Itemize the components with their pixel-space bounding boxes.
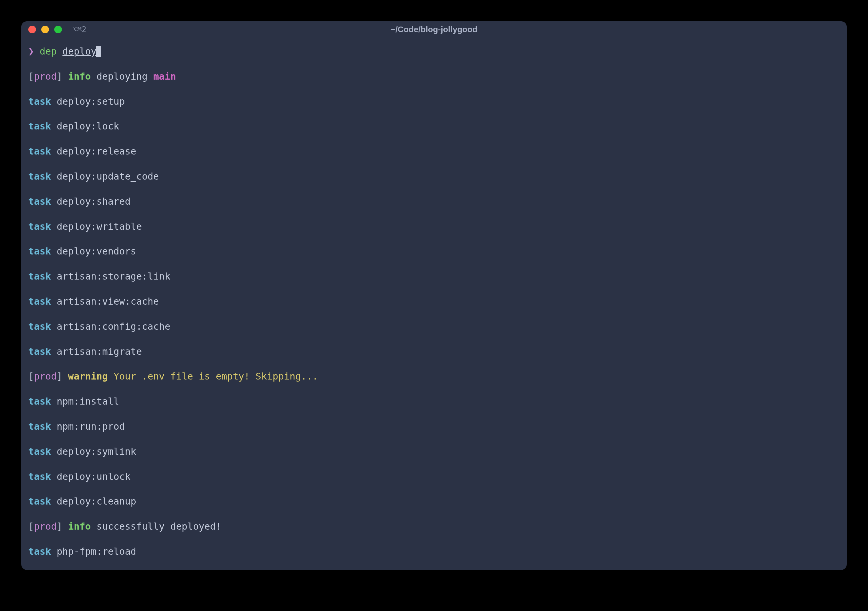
task-name: php-fpm:reload bbox=[57, 546, 136, 557]
output-line: task deploy:vendors bbox=[28, 245, 840, 258]
task-name: deploy:release bbox=[57, 146, 136, 157]
output-line: [prod] info successfully deployed! bbox=[28, 520, 840, 533]
warning-text: Your .env file is empty! Skipping... bbox=[113, 371, 318, 382]
command-arg: deploy bbox=[62, 46, 97, 57]
output-line: task artisan:view:cache bbox=[28, 295, 840, 308]
task-label: task bbox=[28, 321, 51, 332]
warning-label: warning bbox=[68, 371, 108, 382]
output-line: [prod] info deploying main bbox=[28, 70, 840, 83]
host-label: prod bbox=[34, 521, 57, 532]
task-label: task bbox=[28, 496, 51, 507]
task-label: task bbox=[28, 346, 51, 357]
host-label: prod bbox=[34, 371, 57, 382]
task-name: artisan:view:cache bbox=[57, 296, 159, 307]
bracket-close: ] bbox=[57, 371, 62, 382]
task-label: task bbox=[28, 221, 51, 232]
output-line: task artisan:config:cache bbox=[28, 320, 840, 333]
task-label: task bbox=[28, 421, 51, 432]
task-name: artisan:config:cache bbox=[57, 321, 170, 332]
task-label: task bbox=[28, 171, 51, 182]
output-line: task deploy:update_code bbox=[28, 170, 840, 183]
maximize-icon[interactable] bbox=[54, 26, 62, 33]
branch-name: main bbox=[153, 71, 176, 82]
task-label: task bbox=[28, 196, 51, 207]
terminal-body[interactable]: ❯ dep deploy [prod] info deploying maint… bbox=[21, 38, 847, 570]
titlebar: ⌥⌘2 ~/Code/blog-jollygood bbox=[21, 21, 847, 38]
task-name: deploy:update_code bbox=[57, 171, 159, 182]
task-name: artisan:storage:link bbox=[57, 271, 170, 282]
output-line: task deploy:cleanup bbox=[28, 495, 840, 508]
task-name: deploy:cleanup bbox=[57, 496, 136, 507]
task-name: deploy:unlock bbox=[57, 471, 130, 482]
close-icon[interactable] bbox=[28, 26, 36, 33]
tab-indicator: ⌥⌘2 bbox=[73, 25, 87, 34]
output-line: task deploy:setup bbox=[28, 95, 840, 108]
task-label: task bbox=[28, 471, 51, 482]
traffic-lights bbox=[28, 26, 62, 33]
task-label: task bbox=[28, 121, 51, 132]
output-line: task deploy:lock bbox=[28, 120, 840, 133]
output-line: task deploy:writable bbox=[28, 220, 840, 233]
task-label: task bbox=[28, 146, 51, 157]
task-name: artisan:migrate bbox=[57, 346, 142, 357]
output-line: task artisan:migrate bbox=[28, 345, 840, 358]
host-label: prod bbox=[34, 71, 57, 82]
output-line: task php-fpm:reload bbox=[28, 545, 840, 558]
info-label: info bbox=[68, 521, 91, 532]
prompt-caret: ❯ bbox=[28, 46, 34, 57]
bracket-open: [ bbox=[28, 521, 34, 532]
task-name: deploy:vendors bbox=[57, 246, 136, 257]
bracket-close: ] bbox=[57, 521, 62, 532]
task-name: npm:install bbox=[57, 396, 119, 407]
window-title: ~/Code/blog-jollygood bbox=[391, 25, 477, 34]
terminal-window: ⌥⌘2 ~/Code/blog-jollygood ❯ dep deploy [… bbox=[21, 21, 847, 570]
task-label: task bbox=[28, 546, 51, 557]
bracket-close: ] bbox=[57, 71, 62, 82]
prompt-line: ❯ dep deploy bbox=[28, 45, 840, 58]
bracket-open: [ bbox=[28, 71, 34, 82]
task-label: task bbox=[28, 96, 51, 107]
info-label: info bbox=[68, 71, 91, 82]
task-label: task bbox=[28, 271, 51, 282]
output-line: task deploy:symlink bbox=[28, 445, 840, 458]
output-line: task deploy:unlock bbox=[28, 470, 840, 483]
task-label: task bbox=[28, 446, 51, 457]
task-name: deploy:lock bbox=[57, 121, 119, 132]
output-line: task npm:install bbox=[28, 395, 840, 408]
task-label: task bbox=[28, 396, 51, 407]
task-name: npm:run:prod bbox=[57, 421, 125, 432]
info-text: deploying bbox=[96, 71, 147, 82]
task-name: deploy:shared bbox=[57, 196, 130, 207]
command-name: dep bbox=[40, 46, 57, 57]
task-name: deploy:setup bbox=[57, 96, 125, 107]
info-text: successfully deployed! bbox=[96, 521, 222, 532]
task-name: deploy:symlink bbox=[57, 446, 136, 457]
output-line: task deploy:shared bbox=[28, 195, 840, 208]
task-label: task bbox=[28, 246, 51, 257]
cursor-icon bbox=[96, 46, 101, 57]
output-line: task artisan:storage:link bbox=[28, 270, 840, 283]
output-line: task npm:run:prod bbox=[28, 420, 840, 433]
task-label: task bbox=[28, 296, 51, 307]
output-line: [prod] warning Your .env file is empty! … bbox=[28, 370, 840, 383]
bracket-open: [ bbox=[28, 371, 34, 382]
task-name: deploy:writable bbox=[57, 221, 142, 232]
output-line: task deploy:release bbox=[28, 145, 840, 158]
minimize-icon[interactable] bbox=[41, 26, 49, 33]
